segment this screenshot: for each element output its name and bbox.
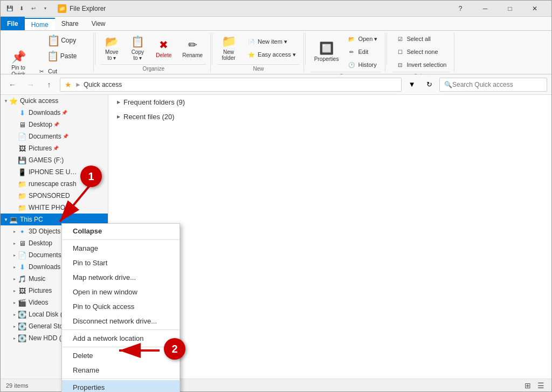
quick-down-btn[interactable]: ⬇	[17, 4, 26, 13]
up-button[interactable]: ↑	[42, 78, 57, 92]
context-menu-properties[interactable]: Properties	[62, 380, 180, 392]
forward-button[interactable]: →	[23, 78, 38, 92]
tab-share[interactable]: Share	[55, 17, 85, 30]
refresh-button[interactable]: ↻	[422, 78, 436, 92]
select-all-button[interactable]: ☑ Select all	[392, 33, 434, 45]
sidebar-item-desktop[interactable]: ▸ 🖥 Desktop 📌	[1, 119, 108, 130]
organize-group: 📂 Moveto ▾ 📋 Copyto ▾ ✖ Delete ✏ Rename	[96, 33, 211, 72]
recent-files-expand-icon: ▶	[117, 114, 120, 119]
sidebar-item-documents[interactable]: ▸ 📄 Documents 📌	[1, 130, 108, 142]
rename-button[interactable]: ✏ Rename	[179, 36, 206, 60]
help-button[interactable]: ?	[448, 1, 473, 17]
list-view-button[interactable]: ☰	[535, 380, 546, 391]
open-button[interactable]: 📂 Open ▾	[344, 33, 381, 45]
select-group-content: ☑ Select all ☐ Select none ⊡ Invert sele…	[392, 33, 450, 71]
sep1	[95, 33, 95, 65]
sep4	[387, 33, 387, 65]
context-menu-rename[interactable]: Rename	[62, 363, 180, 377]
new-item-button[interactable]: 📄 New item ▾	[244, 36, 299, 47]
pictures2-icon: 🖼	[18, 286, 26, 295]
this-pc-icon: 💻	[9, 215, 18, 224]
documents-pin-icon: 📌	[63, 134, 68, 139]
sidebar-item-pictures[interactable]: ▸ 🖼 Pictures 📌	[1, 142, 108, 154]
quick-undo-btn[interactable]: ↩	[29, 4, 38, 13]
edit-button[interactable]: ✏ Edit	[344, 46, 381, 58]
desktop-label: Desktop	[29, 121, 52, 128]
copy-to-button[interactable]: 📋 Copyto ▾	[127, 33, 148, 63]
games-icon: 💾	[18, 156, 26, 164]
general-stor-expand-icon: ▸	[11, 323, 18, 329]
context-menu-pin-quick[interactable]: Pin to Quick access	[62, 299, 180, 314]
address-path[interactable]: ★ ► Quick access	[60, 78, 402, 92]
context-menu-collapse[interactable]: Collapse	[62, 224, 180, 238]
pictures-icon: 🖼	[18, 144, 26, 153]
context-menu-divider-2	[62, 329, 180, 330]
pin-icon: 📌	[12, 51, 25, 64]
select-none-button[interactable]: ☐ Select none	[392, 46, 441, 58]
tab-home[interactable]: Home	[25, 18, 55, 30]
quick-access-expand-icon: ▼	[3, 98, 9, 104]
pictures-label: Pictures	[29, 145, 52, 152]
open-icon: 📂	[347, 35, 356, 43]
copy-button[interactable]: 📋 Copy	[34, 33, 89, 48]
ribbon: File Home Share View 📌 Pin to Quickacces…	[1, 17, 551, 74]
search-input[interactable]	[452, 81, 542, 88]
desktop-pin-icon: 📌	[53, 122, 59, 127]
new-folder-icon: 📁	[222, 35, 235, 48]
downloads-pin-icon: 📌	[61, 110, 67, 115]
sidebar-item-downloads[interactable]: ▸ ⬇ Downloads 📌	[1, 107, 108, 119]
properties-button[interactable]: 🔲 Properties	[311, 40, 342, 64]
customize-qa-btn[interactable]: ▾	[40, 4, 50, 13]
paste-button[interactable]: 📋 Paste	[34, 49, 89, 64]
frequent-folders-label: Frequent folders (9)	[123, 98, 185, 106]
sidebar-item-quick-access[interactable]: ▼ ⭐ Quick access	[1, 95, 108, 107]
sidebar-item-sponsored[interactable]: ▸ 📁 SPONSORED	[1, 190, 108, 202]
item-count: 29 items	[6, 382, 29, 389]
clipboard-group: 📌 Pin to Quickaccess 📋 Copy 📋 Paste	[1, 33, 94, 72]
white-pho-icon: 📁	[18, 203, 26, 212]
delete-icon: ✖	[157, 38, 170, 51]
delete-button[interactable]: ✖ Delete	[153, 36, 175, 60]
minimize-button[interactable]: ─	[473, 1, 498, 17]
history-icon: 🕐	[347, 60, 356, 69]
address-dropdown-button[interactable]: ▼	[405, 78, 419, 92]
tab-file[interactable]: File	[1, 17, 25, 30]
tab-view[interactable]: View	[85, 17, 112, 30]
context-menu-disconnect[interactable]: Disconnect network drive...	[62, 314, 180, 328]
back-button[interactable]: ←	[5, 78, 20, 92]
videos-icon: 🎬	[18, 298, 26, 307]
sidebar-item-white-pho[interactable]: ▸ 📁 WHITE PHO	[1, 202, 108, 214]
select-all-icon: ☑	[396, 35, 404, 43]
close-button[interactable]: ✕	[522, 1, 547, 17]
pictures2-label: Pictures	[29, 287, 52, 294]
quick-save-btn[interactable]: 💾	[5, 4, 15, 13]
sep3	[305, 33, 306, 65]
path-separator: ►	[75, 81, 81, 88]
open-group: 🔲 Properties 📂 Open ▾ ✏ Edit	[307, 33, 386, 72]
history-button[interactable]: 🕐 History	[344, 59, 381, 71]
recent-files-section[interactable]: ▶ Recent files (20)	[108, 109, 551, 124]
new-folder-button[interactable]: 📁 Newfolder	[218, 33, 239, 63]
music-icon: 🎵	[18, 274, 26, 283]
context-menu-manage[interactable]: Manage	[62, 241, 180, 256]
search-icon: 🔍	[444, 81, 452, 88]
move-to-button[interactable]: 📂 Moveto ▾	[101, 33, 122, 63]
context-menu-add-network[interactable]: Add a network location	[62, 331, 180, 346]
context-menu-pin-start[interactable]: Pin to Start	[62, 256, 180, 270]
context-menu-map-network[interactable]: Map network drive...	[62, 270, 180, 285]
music-label: Music	[29, 275, 45, 283]
context-menu-delete[interactable]: Delete	[62, 348, 180, 363]
music-expand-icon: ▸	[11, 276, 18, 282]
context-menu-open-window[interactable]: Open in new window	[62, 285, 180, 299]
easy-access-button[interactable]: ⭐ Easy access ▾	[244, 49, 299, 60]
invert-selection-button[interactable]: ⊡ Invert selection	[392, 59, 450, 71]
downloads2-label: Downloads	[29, 263, 60, 271]
edit-icon: ✏	[347, 47, 356, 56]
frequent-folders-section[interactable]: ▶ Frequent folders (9)	[108, 95, 551, 109]
sponsored-icon: 📁	[18, 191, 26, 200]
maximize-button[interactable]: □	[498, 1, 522, 17]
quick-access-toolbar: 💾 ⬇ ↩ ▾	[5, 4, 50, 13]
sidebar-item-games[interactable]: ▸ 💾 GAMES (F:)	[1, 154, 108, 166]
grid-view-button[interactable]: ⊞	[522, 380, 533, 391]
annotation-2: 2	[164, 338, 185, 360]
